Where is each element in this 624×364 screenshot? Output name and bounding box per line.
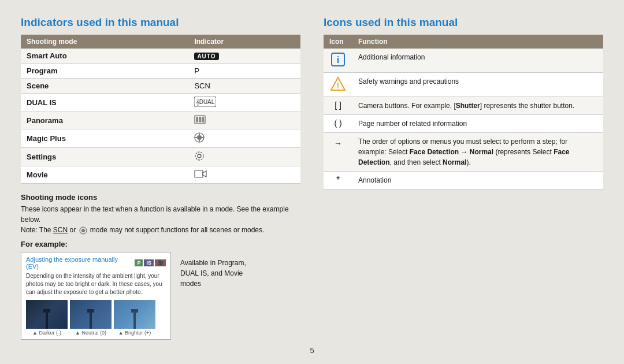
- paren-icon-cell: ( ): [324, 115, 352, 133]
- mode-indicator: [188, 148, 300, 166]
- badge-movie: 🎥: [155, 259, 166, 266]
- svg-point-12: [198, 154, 201, 158]
- mode-label: Magic Plus: [21, 129, 188, 148]
- photo-neutral: [70, 300, 112, 329]
- col-function: Function: [352, 35, 603, 49]
- icons-table: Icon Function i Additional information: [324, 35, 603, 190]
- col-icon: Icon: [324, 35, 352, 49]
- mode-label: Movie: [21, 166, 188, 184]
- mode-indicator: [188, 166, 300, 184]
- bracket-function: Camera buttons. For example, [Shutter] r…: [352, 97, 603, 115]
- info-function: Additional information: [352, 49, 603, 73]
- magic-plus-icon: [194, 132, 205, 143]
- asterisk-symbol: *: [336, 175, 340, 185]
- movie-icon: [194, 169, 207, 179]
- mode-indicator: [188, 112, 300, 129]
- info-icon-cell: i: [324, 49, 352, 73]
- svg-rect-14: [195, 170, 203, 177]
- table-row: Panorama: [21, 112, 300, 129]
- photo-box-darker: [26, 300, 68, 329]
- table-row: i Additional information: [324, 49, 603, 73]
- warning-icon: !: [330, 76, 346, 91]
- mode-label: Scene: [21, 79, 188, 94]
- photo-label-brighter: ▲ Brighter (+): [114, 330, 155, 336]
- photo-label-neutral: ▲ Neutral (0): [70, 330, 112, 336]
- svg-point-17: [81, 229, 85, 232]
- photo-brighter: [114, 300, 155, 329]
- paren-symbol: ( ): [334, 118, 341, 128]
- warning-icon-cell: !: [324, 73, 352, 97]
- asterisk-function: Annotation: [352, 172, 603, 190]
- col-shooting-mode: Shooting mode: [21, 35, 188, 49]
- bracket-symbol: [ ]: [335, 101, 341, 110]
- tower-icon: [133, 313, 136, 329]
- for-example-title: For example:: [21, 240, 300, 248]
- mode-indicator: AUTO: [188, 49, 300, 64]
- arrow-function: The order of options or menus you must s…: [352, 133, 603, 172]
- example-desc: Depending on the intensity of the ambien…: [26, 272, 166, 296]
- arrow-symbol: →: [334, 139, 342, 148]
- warning-function: Safety warnings and precautions: [352, 73, 603, 97]
- photo-darker: [26, 300, 68, 329]
- mode-label: DUAL IS: [21, 94, 188, 112]
- photo-item-darker: ▲ Darker (-): [26, 300, 68, 336]
- dual-is-icon: 𝄞DUAL: [194, 96, 216, 107]
- photo-label-darker: ▲ Darker (-): [26, 330, 68, 336]
- table-row: DUAL IS 𝄞DUAL: [21, 94, 300, 112]
- table-row: Settings: [21, 148, 300, 166]
- svg-point-7: [197, 135, 202, 140]
- mode-label: Panorama: [21, 112, 188, 129]
- table-row: Scene SCN: [21, 79, 300, 94]
- scn-note: SCN: [53, 226, 68, 234]
- svg-point-13: [195, 152, 203, 160]
- svg-text:𝄞DUAL: 𝄞DUAL: [196, 99, 215, 106]
- photo-box-brighter: [114, 300, 155, 329]
- badge-dual: IS: [144, 259, 154, 266]
- table-row: → The order of options or menus you must…: [324, 133, 603, 172]
- settings-icon: [194, 151, 205, 161]
- table-row: Smart Auto AUTO: [21, 49, 300, 64]
- example-photos: ▲ Darker (-) ▲ Neutral (0): [26, 300, 166, 336]
- mode-indicator: 𝄞DUAL: [188, 94, 300, 112]
- photo-item-brighter: ▲ Brighter (+): [114, 300, 155, 336]
- panorama-icon: [194, 115, 206, 124]
- arrow-icon-cell: →: [324, 133, 352, 172]
- table-row: ! Safety warnings and precautions: [324, 73, 603, 97]
- mode-indicator: SCN: [188, 79, 300, 94]
- example-header: Adjusting the exposure manually (EV) P I…: [26, 256, 166, 270]
- available-text: Available in Program,DUAL IS, and Moviem…: [180, 252, 246, 289]
- svg-rect-3: [196, 117, 198, 122]
- shooting-icons-desc: These icons appear in the text when a fu…: [21, 204, 300, 235]
- mode-indicator: [188, 129, 300, 148]
- shooting-icons-title: Shooting mode icons: [21, 193, 300, 202]
- info-icon: i: [330, 52, 346, 67]
- page-container: Indicators used in this manual Shooting …: [0, 0, 624, 364]
- photo-item-neutral: ▲ Neutral (0): [70, 300, 112, 336]
- svg-text:!: !: [337, 81, 339, 90]
- tower-icon: [90, 313, 92, 329]
- photo-box-neutral: [70, 300, 112, 329]
- indicators-table: Shooting mode Indicator Smart Auto AUTO …: [21, 35, 300, 184]
- shutter-bold: Shutter: [456, 102, 480, 110]
- normal-bold2: Normal: [443, 158, 466, 166]
- left-column: Indicators used in this manual Shooting …: [21, 16, 300, 352]
- badge-p: P: [135, 259, 143, 266]
- mode-label: Settings: [21, 148, 188, 166]
- table-row: ( ) Page number of related information: [324, 115, 603, 133]
- shooting-icons-section: Shooting mode icons These icons appear i…: [21, 193, 300, 340]
- table-row: Program P: [21, 64, 300, 79]
- mode-indicator: P: [188, 64, 300, 79]
- bracket-icon-cell: [ ]: [324, 97, 352, 115]
- tower-icon: [46, 313, 48, 329]
- mode-label: Smart Auto: [21, 49, 188, 64]
- asterisk-icon-cell: *: [324, 172, 352, 190]
- svg-text:i: i: [337, 55, 339, 65]
- example-mode-badges: P IS 🎥: [135, 259, 166, 266]
- table-row: Magic Plus: [21, 129, 300, 148]
- indicators-title: Indicators used in this manual: [21, 16, 300, 29]
- table-row: [ ] Camera buttons. For example, [Shutte…: [324, 97, 603, 115]
- paren-function: Page number of related information: [352, 115, 603, 133]
- normal-bold1: Normal: [470, 148, 493, 156]
- svg-rect-5: [202, 117, 204, 122]
- example-link: Adjusting the exposure manually (EV): [26, 256, 131, 270]
